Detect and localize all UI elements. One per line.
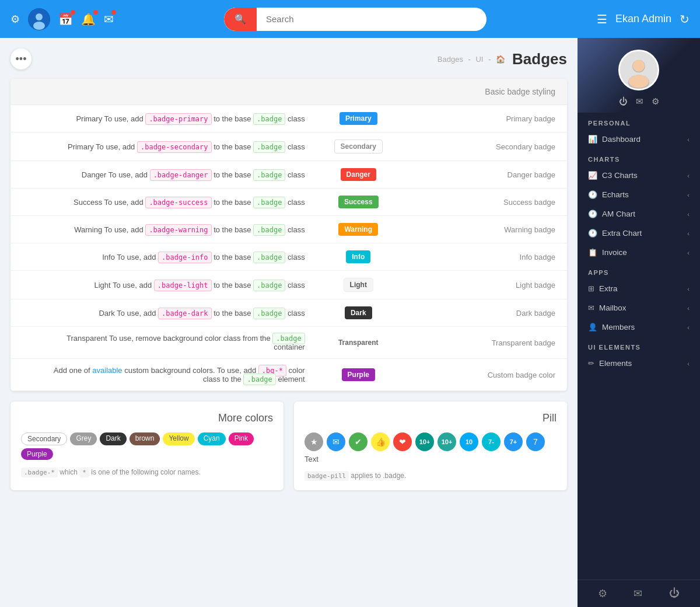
svg-point-2 (33, 22, 45, 30)
sidebar-item-label: AM Chart (602, 210, 635, 218)
code-badge-light: .badge-light (154, 280, 212, 291)
code-hint-star: * (79, 468, 89, 477)
refresh-icon[interactable]: ↻ (680, 12, 690, 26)
right-sidebar: ⏻ ✉ ⚙ PERSONAL 📊 Dashboard ‹ CHARTS 📈 C3… (578, 38, 700, 607)
main-content: ••• Badges - UI - 🏠 Badges Basic badge s… (0, 38, 578, 607)
mailbox-icon: ✉ (588, 304, 594, 312)
more-colors-title: More colors (21, 412, 273, 424)
mail-icon[interactable]: ✉ (104, 12, 114, 26)
pill-text-label: Text (304, 455, 318, 463)
code-badge-success: .badge-success (145, 197, 211, 208)
sidebar-item-label: Echarts (602, 190, 629, 199)
settings-button[interactable]: ⚙ (10, 13, 20, 26)
more-colors-card: More colors Secondary Grey Dark brown Ye… (10, 402, 284, 490)
sidebar-item-label: Extra (599, 284, 618, 293)
sidebar-item-invoice[interactable]: 📋 Invoice ‹ (578, 243, 700, 262)
list-item: ❤ (393, 432, 412, 451)
breadcrumb-ui[interactable]: UI (475, 55, 483, 64)
code-badge: .badge (253, 224, 285, 236)
sidebar-item-label: Extra Chart (602, 229, 642, 238)
list-item: ★ (304, 432, 323, 451)
echarts-icon: 🕐 (588, 190, 597, 199)
code-badge-dark: .badge-dark (158, 308, 211, 319)
badge-purple: Purple (342, 368, 375, 381)
table-row: Danger To use, add .badge-danger to the … (10, 161, 567, 189)
code-badge: .badge (243, 374, 275, 385)
code-badge: .badge (253, 113, 285, 125)
sidebar-item-dashboard[interactable]: 📊 Dashboard ‹ (578, 130, 700, 149)
sidebar-item-label: Mailbox (599, 304, 626, 312)
power-icon[interactable]: ⏻ (619, 96, 628, 107)
section-title-personal: PERSONAL (578, 113, 700, 130)
breadcrumb-badges[interactable]: Badges (438, 55, 463, 64)
badge-transparent: Transparent (332, 336, 384, 349)
sidebar-item-c3charts[interactable]: 📈 C3 Charts ‹ (578, 166, 700, 185)
chevron-icon: ‹ (687, 285, 690, 292)
sidebar-footer-settings-icon[interactable]: ⚙ (598, 587, 607, 600)
badge-danger: Danger (341, 168, 376, 181)
mail-profile-icon[interactable]: ✉ (636, 96, 643, 107)
list-item: 10+ (438, 432, 456, 451)
chevron-icon: ‹ (687, 172, 690, 179)
table-row: Success To use, add .badge-success to th… (10, 189, 567, 216)
members-icon: 👤 (588, 323, 597, 332)
topnav-right: ☰ Ekan Admin ↻ (597, 12, 690, 26)
badge-primary: Primary (340, 112, 377, 125)
chevron-icon: ‹ (687, 360, 690, 367)
card-header: Basic badge styling (10, 79, 567, 105)
more-colors-hint: .badge-* which * is one of the following… (21, 468, 273, 476)
pill-title: Pill (304, 412, 556, 424)
list-item: 7+ (504, 432, 523, 451)
sidebar-item-extrachart[interactable]: 🕐 Extra Chart ‹ (578, 224, 700, 243)
settings-profile-icon[interactable]: ⚙ (652, 96, 659, 107)
table-row: Primary To use, add .badge-secondary to … (10, 132, 567, 161)
list-item: 👍 (371, 432, 390, 451)
sidebar-footer-power-icon[interactable]: ⏻ (669, 587, 680, 600)
code-badge: .badge (253, 280, 285, 291)
pill-icons-row: ★ ✉ ✔ 👍 ❤ 10+ 10+ 10 7- 7+ 7 Text (304, 432, 556, 463)
chevron-icon: ‹ (687, 305, 690, 312)
c3charts-icon: 📈 (588, 171, 597, 180)
code-badge-danger: .badge-danger (150, 169, 212, 181)
list-item: Cyan (198, 432, 226, 445)
sidebar-item-extra[interactable]: ⊞ Extra ‹ (578, 279, 700, 298)
elements-icon: ✏ (588, 359, 594, 368)
list-item: ✔ (349, 432, 368, 451)
code-badge: .badge (253, 252, 285, 263)
list-item: Secondary (21, 432, 67, 445)
breadcrumb-bar: ••• Badges - UI - 🏠 Badges (10, 48, 567, 69)
code-badge: .badge (253, 308, 285, 319)
list-item: ✉ (327, 432, 345, 451)
sidebar-item-label: Dashboard (602, 135, 640, 144)
section-title-charts: CHARTS (578, 149, 700, 166)
code-badge: .badge (253, 197, 285, 208)
bell-icon[interactable]: 🔔 (81, 12, 96, 26)
hamburger-icon[interactable]: ☰ (597, 12, 607, 26)
table-row: Add one of available custom background c… (10, 359, 567, 391)
section-title-apps: APPS (578, 262, 700, 279)
breadcrumb: Badges - UI - 🏠 (438, 55, 505, 64)
search-input[interactable] (257, 14, 487, 24)
sidebar-item-echarts[interactable]: 🕐 Echarts ‹ (578, 185, 700, 204)
breadcrumb-home-icon[interactable]: 🏠 (496, 55, 505, 64)
sidebar-item-mailbox[interactable]: ✉ Mailbox ‹ (578, 298, 700, 318)
pill-hint: badge-pill applies to .badge. (304, 472, 556, 480)
amchart-icon: 🕐 (588, 210, 597, 218)
badge-light: Light (344, 278, 373, 292)
pill-card: Pill ★ ✉ ✔ 👍 ❤ 10+ 10+ 10 7- 7+ 7 Text b… (294, 402, 567, 490)
sidebar-item-members[interactable]: 👤 Members ‹ (578, 318, 700, 337)
chevron-icon: ‹ (687, 191, 690, 198)
list-item: Grey (70, 432, 97, 445)
calendar-icon[interactable]: 📅 (58, 12, 73, 26)
menu-dots-button[interactable]: ••• (10, 48, 32, 69)
sidebar-item-amchart[interactable]: 🕐 AM Chart ‹ (578, 204, 700, 224)
bottom-cards: More colors Secondary Grey Dark brown Ye… (10, 402, 567, 490)
avatar[interactable] (28, 8, 50, 30)
search-bar: 🔍 (224, 8, 487, 31)
badge-table: Primary To use, add .badge-primary to th… (10, 105, 567, 391)
sidebar-item-elements[interactable]: ✏ Elements ‹ (578, 354, 700, 373)
sidebar-item-label: Invoice (602, 248, 627, 257)
sidebar-footer-mail-icon[interactable]: ✉ (634, 587, 642, 600)
badge-table-card: Basic badge styling Primary To use, add … (10, 79, 567, 391)
search-button[interactable]: 🔍 (224, 8, 257, 31)
